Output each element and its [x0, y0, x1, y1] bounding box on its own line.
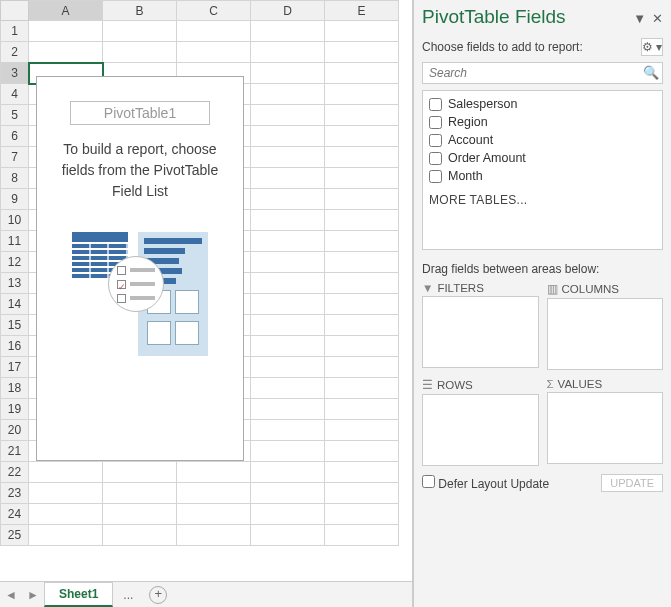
- row-header-22[interactable]: 22: [1, 462, 29, 483]
- cell-E10[interactable]: [325, 210, 399, 231]
- cell-E18[interactable]: [325, 378, 399, 399]
- row-header-5[interactable]: 5: [1, 105, 29, 126]
- cell-E14[interactable]: [325, 294, 399, 315]
- cell-D20[interactable]: [251, 420, 325, 441]
- field-checkbox[interactable]: [429, 170, 442, 183]
- area-values[interactable]: [547, 392, 664, 464]
- cell-D21[interactable]: [251, 441, 325, 462]
- cell-A24[interactable]: [29, 504, 103, 525]
- cell-B24[interactable]: [103, 504, 177, 525]
- field-list[interactable]: SalespersonRegionAccountOrder AmountMont…: [422, 90, 663, 250]
- field-checkbox[interactable]: [429, 134, 442, 147]
- field-checkbox[interactable]: [429, 116, 442, 129]
- cell-B22[interactable]: [103, 462, 177, 483]
- row-header-15[interactable]: 15: [1, 315, 29, 336]
- cell-D15[interactable]: [251, 315, 325, 336]
- cell-E13[interactable]: [325, 273, 399, 294]
- row-header-10[interactable]: 10: [1, 210, 29, 231]
- cell-A2[interactable]: [29, 42, 103, 63]
- tab-add[interactable]: +: [149, 586, 167, 604]
- cell-A23[interactable]: [29, 483, 103, 504]
- cell-B1[interactable]: [103, 21, 177, 42]
- cell-D10[interactable]: [251, 210, 325, 231]
- cell-D8[interactable]: [251, 168, 325, 189]
- cell-E17[interactable]: [325, 357, 399, 378]
- col-header-E[interactable]: E: [325, 1, 399, 21]
- col-header-D[interactable]: D: [251, 1, 325, 21]
- select-all-corner[interactable]: [1, 1, 29, 21]
- area-filters[interactable]: [422, 296, 539, 368]
- tab-sheet1[interactable]: Sheet1: [44, 582, 113, 607]
- pane-dropdown-icon[interactable]: ▼: [633, 11, 646, 26]
- cell-B25[interactable]: [103, 525, 177, 546]
- tab-overflow[interactable]: ...: [113, 584, 143, 606]
- cell-A22[interactable]: [29, 462, 103, 483]
- search-icon[interactable]: 🔍: [643, 65, 659, 80]
- cell-E4[interactable]: [325, 84, 399, 105]
- cell-E23[interactable]: [325, 483, 399, 504]
- cell-E12[interactable]: [325, 252, 399, 273]
- defer-checkbox[interactable]: [422, 475, 435, 488]
- search-input[interactable]: [422, 62, 663, 84]
- cell-E22[interactable]: [325, 462, 399, 483]
- row-header-11[interactable]: 11: [1, 231, 29, 252]
- tab-nav-next[interactable]: ►: [22, 588, 44, 602]
- cell-A25[interactable]: [29, 525, 103, 546]
- row-header-20[interactable]: 20: [1, 420, 29, 441]
- row-header-14[interactable]: 14: [1, 294, 29, 315]
- cell-D23[interactable]: [251, 483, 325, 504]
- area-rows[interactable]: [422, 394, 539, 466]
- cell-D5[interactable]: [251, 105, 325, 126]
- cell-E1[interactable]: [325, 21, 399, 42]
- cell-E6[interactable]: [325, 126, 399, 147]
- field-region[interactable]: Region: [425, 113, 660, 131]
- cell-D13[interactable]: [251, 273, 325, 294]
- cell-E3[interactable]: [325, 63, 399, 84]
- cell-D18[interactable]: [251, 378, 325, 399]
- area-columns[interactable]: [547, 298, 664, 370]
- cell-D6[interactable]: [251, 126, 325, 147]
- defer-update[interactable]: Defer Layout Update: [422, 475, 549, 491]
- cell-E25[interactable]: [325, 525, 399, 546]
- row-header-6[interactable]: 6: [1, 126, 29, 147]
- cell-D2[interactable]: [251, 42, 325, 63]
- cell-E24[interactable]: [325, 504, 399, 525]
- cell-B2[interactable]: [103, 42, 177, 63]
- cell-E2[interactable]: [325, 42, 399, 63]
- row-header-25[interactable]: 25: [1, 525, 29, 546]
- row-header-23[interactable]: 23: [1, 483, 29, 504]
- row-header-9[interactable]: 9: [1, 189, 29, 210]
- field-account[interactable]: Account: [425, 131, 660, 149]
- cell-D25[interactable]: [251, 525, 325, 546]
- row-header-13[interactable]: 13: [1, 273, 29, 294]
- col-header-C[interactable]: C: [177, 1, 251, 21]
- cell-E7[interactable]: [325, 147, 399, 168]
- field-salesperson[interactable]: Salesperson: [425, 95, 660, 113]
- cell-D24[interactable]: [251, 504, 325, 525]
- row-header-7[interactable]: 7: [1, 147, 29, 168]
- cell-E15[interactable]: [325, 315, 399, 336]
- cell-E19[interactable]: [325, 399, 399, 420]
- cell-C23[interactable]: [177, 483, 251, 504]
- cell-E11[interactable]: [325, 231, 399, 252]
- cell-D19[interactable]: [251, 399, 325, 420]
- row-header-12[interactable]: 12: [1, 252, 29, 273]
- gear-icon[interactable]: ⚙ ▾: [641, 38, 663, 56]
- cell-C25[interactable]: [177, 525, 251, 546]
- cell-D12[interactable]: [251, 252, 325, 273]
- cell-D22[interactable]: [251, 462, 325, 483]
- field-order-amount[interactable]: Order Amount: [425, 149, 660, 167]
- row-header-19[interactable]: 19: [1, 399, 29, 420]
- field-checkbox[interactable]: [429, 152, 442, 165]
- row-header-21[interactable]: 21: [1, 441, 29, 462]
- field-month[interactable]: Month: [425, 167, 660, 185]
- row-header-4[interactable]: 4: [1, 84, 29, 105]
- row-header-24[interactable]: 24: [1, 504, 29, 525]
- pane-close-icon[interactable]: ✕: [652, 11, 663, 26]
- cell-E16[interactable]: [325, 336, 399, 357]
- row-header-18[interactable]: 18: [1, 378, 29, 399]
- tab-nav-prev[interactable]: ◄: [0, 588, 22, 602]
- cell-D14[interactable]: [251, 294, 325, 315]
- cell-A1[interactable]: [29, 21, 103, 42]
- cell-C24[interactable]: [177, 504, 251, 525]
